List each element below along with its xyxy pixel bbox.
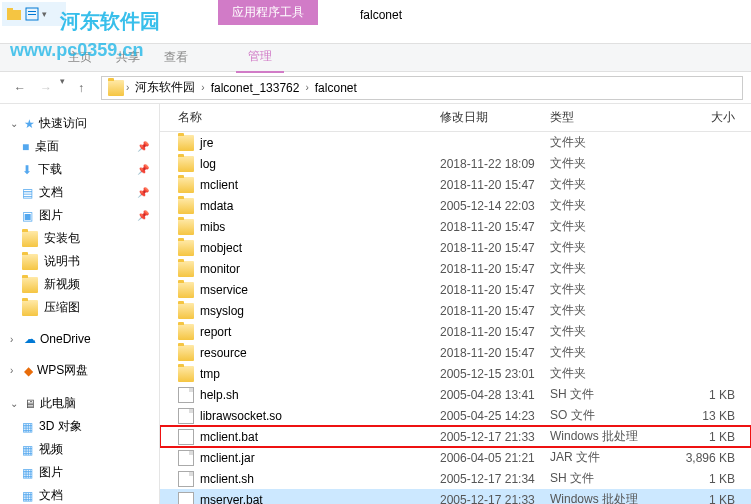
- document-icon: ▤: [22, 186, 33, 200]
- file-type: SH 文件: [550, 386, 675, 403]
- pin-icon: 📌: [137, 187, 149, 198]
- file-row[interactable]: mclient.sh2005-12-17 21:34SH 文件1 KB: [160, 468, 751, 489]
- chevron-down-icon[interactable]: ⌄: [10, 398, 20, 409]
- sidebar-item[interactable]: ▦文档: [0, 484, 159, 504]
- file-date: 2018-11-20 15:47: [440, 262, 550, 276]
- up-button[interactable]: ↑: [69, 76, 93, 100]
- file-row[interactable]: mclient.bat2005-12-17 21:33Windows 批处理1 …: [160, 426, 751, 447]
- breadcrumb[interactable]: › 河东软件园 › falconet_133762 › falconet: [101, 76, 743, 100]
- sidebar-item[interactable]: ■桌面📌: [0, 135, 159, 158]
- file-row[interactable]: tmp2005-12-15 23:01文件夹: [160, 363, 751, 384]
- context-tab-group[interactable]: 应用程序工具: [218, 0, 318, 25]
- file-row[interactable]: msyslog2018-11-20 15:47文件夹: [160, 300, 751, 321]
- sidebar-item[interactable]: ▤文档📌: [0, 181, 159, 204]
- chevron-down-icon[interactable]: ▾: [42, 9, 47, 19]
- file-row[interactable]: mdata2005-12-14 22:03文件夹: [160, 195, 751, 216]
- folder-icon: [22, 277, 38, 293]
- file-type: 文件夹: [550, 176, 675, 193]
- file-row[interactable]: resource2018-11-20 15:47文件夹: [160, 342, 751, 363]
- forward-button[interactable]: →: [34, 76, 58, 100]
- svg-rect-3: [28, 11, 36, 12]
- file-row[interactable]: mobject2018-11-20 15:47文件夹: [160, 237, 751, 258]
- file-type: 文件夹: [550, 281, 675, 298]
- file-name: mclient: [200, 178, 440, 192]
- navigation-pane[interactable]: ⌄ ★ 快速访问 ■桌面📌⬇下载📌▤文档📌▣图片📌安装包说明书新视频压缩图 › …: [0, 104, 160, 504]
- chevron-down-icon[interactable]: ⌄: [10, 118, 20, 129]
- file-size: 1 KB: [675, 430, 735, 444]
- column-date[interactable]: 修改日期: [440, 109, 550, 126]
- sidebar-item[interactable]: ⬇下载📌: [0, 158, 159, 181]
- file-row[interactable]: jre文件夹: [160, 132, 751, 153]
- file-row[interactable]: mservice2018-11-20 15:47文件夹: [160, 279, 751, 300]
- chevron-right-icon[interactable]: ›: [10, 365, 20, 376]
- file-row[interactable]: monitor2018-11-20 15:47文件夹: [160, 258, 751, 279]
- file-row[interactable]: mibs2018-11-20 15:47文件夹: [160, 216, 751, 237]
- folder-icon: [178, 156, 194, 172]
- folder-icon: [6, 6, 22, 22]
- pin-icon: 📌: [137, 210, 149, 221]
- chevron-right-icon[interactable]: ›: [201, 82, 204, 93]
- folder-icon: [178, 135, 194, 151]
- file-row[interactable]: mserver.bat2005-12-17 21:33Windows 批处理1 …: [160, 489, 751, 504]
- file-row[interactable]: librawsocket.so2005-04-25 14:23SO 文件13 K…: [160, 405, 751, 426]
- folder-icon: [22, 300, 38, 316]
- sidebar-item[interactable]: ▣图片📌: [0, 204, 159, 227]
- file-row[interactable]: help.sh2005-04-28 13:41SH 文件1 KB: [160, 384, 751, 405]
- history-dropdown-icon[interactable]: ▾: [60, 76, 65, 100]
- sidebar-item[interactable]: 新视频: [0, 273, 159, 296]
- column-size[interactable]: 大小: [675, 109, 735, 126]
- column-type[interactable]: 类型: [550, 109, 675, 126]
- file-date: 2018-11-20 15:47: [440, 325, 550, 339]
- file-row[interactable]: log2018-11-22 18:09文件夹: [160, 153, 751, 174]
- svg-rect-1: [7, 8, 13, 11]
- file-row[interactable]: report2018-11-20 15:47文件夹: [160, 321, 751, 342]
- folder-icon: [178, 303, 194, 319]
- batch-file-icon: [178, 429, 194, 445]
- cloud-icon: ☁: [24, 332, 36, 346]
- file-list[interactable]: jre文件夹log2018-11-22 18:09文件夹mclient2018-…: [160, 132, 751, 504]
- breadcrumb-item[interactable]: falconet_133762: [207, 79, 304, 97]
- thispc-header[interactable]: ⌄ 🖥 此电脑: [0, 392, 159, 415]
- column-name[interactable]: 名称: [178, 109, 440, 126]
- folder-icon: [178, 240, 194, 256]
- breadcrumb-item[interactable]: 河东软件园: [131, 77, 199, 98]
- sidebar-item[interactable]: 压缩图: [0, 296, 159, 319]
- breadcrumb-item[interactable]: falconet: [311, 79, 361, 97]
- file-date: 2018-11-20 15:47: [440, 178, 550, 192]
- chevron-right-icon[interactable]: ›: [10, 334, 20, 345]
- chevron-right-icon[interactable]: ›: [305, 82, 308, 93]
- pin-icon: 📌: [137, 164, 149, 175]
- ribbon-tab-home[interactable]: 主页: [68, 49, 92, 66]
- chevron-right-icon[interactable]: ›: [126, 82, 129, 93]
- file-row[interactable]: mclient.jar2006-04-05 21:21JAR 文件3,896 K…: [160, 447, 751, 468]
- sidebar-item-label: 桌面: [35, 138, 59, 155]
- sidebar-item[interactable]: ▦3D 对象: [0, 415, 159, 438]
- window-title: falconet: [340, 4, 422, 28]
- sidebar-item-label: 压缩图: [44, 299, 80, 316]
- back-button[interactable]: ←: [8, 76, 32, 100]
- ribbon-tab-manage[interactable]: 管理: [236, 42, 284, 73]
- wps-header[interactable]: › ◆ WPS网盘: [0, 359, 159, 382]
- sidebar-item[interactable]: 说明书: [0, 250, 159, 273]
- folder-icon: [178, 261, 194, 277]
- sidebar-item[interactable]: ▦视频: [0, 438, 159, 461]
- onedrive-header[interactable]: › ☁ OneDrive: [0, 329, 159, 349]
- ribbon-tab-share[interactable]: 共享: [116, 49, 140, 66]
- quick-access-header[interactable]: ⌄ ★ 快速访问: [0, 112, 159, 135]
- picture-icon: ▣: [22, 209, 33, 223]
- folder-icon: [22, 254, 38, 270]
- properties-icon[interactable]: [24, 6, 40, 22]
- ribbon-tab-view[interactable]: 查看: [164, 49, 188, 66]
- quick-access-label: 快速访问: [39, 115, 87, 132]
- system-folder-icon: ▦: [22, 420, 33, 434]
- file-type: 文件夹: [550, 134, 675, 151]
- file-icon: [178, 450, 194, 466]
- svg-rect-0: [7, 10, 21, 20]
- sidebar-item-label: 安装包: [44, 230, 80, 247]
- sidebar-item[interactable]: ▦图片: [0, 461, 159, 484]
- nav-arrows: ← → ▾: [8, 76, 65, 100]
- file-row[interactable]: mclient2018-11-20 15:47文件夹: [160, 174, 751, 195]
- download-icon: ⬇: [22, 163, 32, 177]
- file-name: log: [200, 157, 440, 171]
- sidebar-item[interactable]: 安装包: [0, 227, 159, 250]
